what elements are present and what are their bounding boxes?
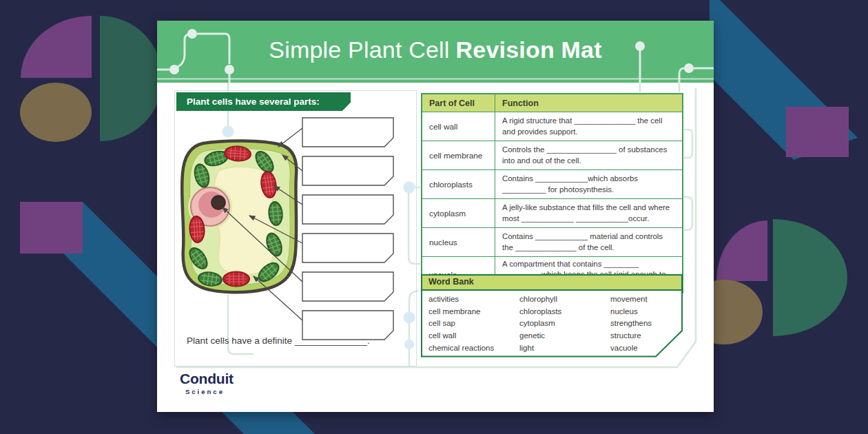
table-row: nucleus Contains ____________ material a… [422,228,683,257]
page-title-bold: Revision Mat [456,37,602,63]
page-title-regular: Simple Plant Cell [269,37,449,63]
word-bank-item: movement [610,293,676,306]
panel-heading: Plant cells have several parts: [176,92,351,111]
word-bank-item: cell sap [428,318,519,330]
label-box-5 [302,272,393,301]
part-function: A jelly-like substance that fills the ce… [495,199,683,228]
part-name: nucleus [422,228,495,257]
table-header-row: Part of Cell Function [422,94,683,112]
plant-cell-illustration [177,138,304,302]
worksheet-card: Simple Plant Cell Revision Mat Plant cel… [157,21,714,412]
label-arrows [223,128,302,320]
word-bank-item: chlorophyll [519,293,610,306]
part-function: Contains ____________ material and contr… [495,228,683,257]
function-table: Part of Cell Function cell wall A rigid … [421,93,683,293]
table-row: cell wall A rigid structure that _______… [422,112,683,141]
table-row: chloroplasts Contains ____________which … [422,170,683,199]
cell-wall-shape [182,141,296,292]
word-bank-item: cytoplasm [519,318,610,330]
cytoplasm-shape [190,148,291,285]
bg-rect-purple [20,202,83,254]
bg-circle-olive [20,83,92,142]
nucleus-shape [188,185,232,229]
word-bank: Word Bank activities cell membrane cell … [421,274,683,358]
bg-rect-purple-right [786,107,849,157]
label-box-1 [302,118,393,147]
word-bank-item: cell wall [428,330,519,342]
conduit-logo: Conduit Science [180,371,234,395]
label-box-2 [302,156,393,185]
word-bank-column: movement nucleus strengthens structure v… [610,293,676,355]
word-bank-column: activities cell membrane cell sap cell w… [428,293,519,355]
label-box-3 [302,195,393,224]
word-bank-item: strengthens [610,318,676,330]
word-bank-item: chemical reactions [428,342,519,355]
word-bank-item: chloroplasts [519,306,610,318]
word-bank-item: light [519,342,610,355]
table-row: cell membrane Controls the _____________… [422,141,683,170]
word-bank-item: genetic [519,330,610,342]
word-bank-words: activities cell membrane cell sap cell w… [428,293,676,355]
label-annotations [175,91,417,367]
part-function: Contains ____________which absorbs _____… [495,170,683,199]
logo-name: Conduit [180,371,234,387]
page-title: Simple Plant Cell Revision Mat [157,21,714,79]
word-bank-item: vacuole [610,342,676,355]
col-header-function: Function [495,94,683,112]
part-function: Controls the ________________ of substan… [495,141,683,170]
vacuole-shape [213,167,275,275]
word-bank-item: cell membrane [428,306,519,318]
part-name: cell membrane [422,141,495,170]
part-name: cell wall [422,112,495,141]
red-organelle-shapes [189,145,278,286]
chloroplast-shapes [186,149,284,287]
word-bank-item: structure [610,330,676,342]
page-background: Simple Plant Cell Revision Mat Plant cel… [0,0,868,434]
diagram-panel: Plant cells have several parts: [174,90,417,366]
label-box-4 [302,234,393,262]
part-function: A rigid structure that ______________ th… [495,112,683,141]
word-bank-title: Word Bank [428,277,474,287]
table-row: cytoplasm A jelly-like substance that fi… [422,199,683,228]
part-name: cytoplasm [422,199,495,228]
title-banner: Simple Plant Cell Revision Mat [157,21,714,83]
col-header-part: Part of Cell [422,94,495,112]
word-bank-item: activities [428,293,519,306]
definite-sentence: Plant cells have a definite ____________… [187,335,370,346]
part-name: chloroplasts [422,170,495,199]
answer-boxes [302,118,393,340]
word-bank-column: chlorophyll chloroplasts cytoplasm genet… [519,293,610,355]
word-bank-item: nucleus [610,306,676,318]
logo-subtitle: Science [185,388,234,395]
